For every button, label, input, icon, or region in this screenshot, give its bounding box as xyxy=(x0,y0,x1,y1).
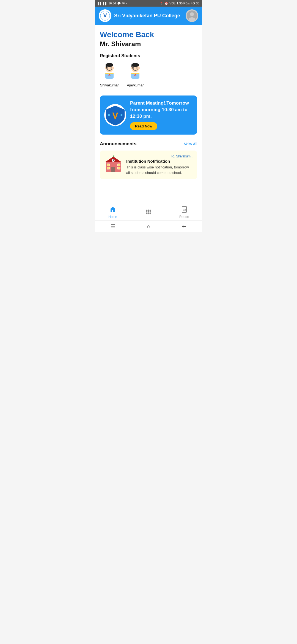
user-name: Mr. Shivaram xyxy=(100,40,197,48)
registered-students-label: Registerd Students xyxy=(100,53,197,58)
announcement-body: To, Shivakum... Institution Notification… xyxy=(126,154,193,175)
android-nav-bar: ☰ ⌂ ⬅ xyxy=(95,220,202,232)
hamburger-icon[interactable]: ☰ xyxy=(111,223,116,230)
students-row: Shivakumar Ajaykumar xyxy=(100,62,197,87)
student-avatar-2 xyxy=(126,62,145,81)
banner-logo: V xyxy=(104,104,126,126)
svg-point-27 xyxy=(120,114,122,116)
svg-point-3 xyxy=(190,12,194,16)
svg-point-8 xyxy=(105,67,106,69)
svg-point-44 xyxy=(148,211,149,212)
announcement-description: This is class wise notification, tomorro… xyxy=(126,165,193,175)
svg-point-10 xyxy=(107,67,108,69)
svg-point-11 xyxy=(111,67,112,69)
svg-rect-49 xyxy=(182,206,186,212)
banner-message: Parent Meating!,Tomorrow from morning 10… xyxy=(130,100,193,119)
student-name-1: Shivakumar xyxy=(100,83,119,87)
svg-point-6 xyxy=(106,63,113,67)
svg-rect-30 xyxy=(111,167,115,172)
announcement-to: To, Shivakum... xyxy=(126,154,193,158)
svg-point-47 xyxy=(148,213,149,214)
view-all-link[interactable]: Veiw All xyxy=(184,142,197,146)
home-hardware-icon[interactable]: ⌂ xyxy=(147,223,150,230)
svg-point-9 xyxy=(112,67,114,69)
announcements-header: Announcements Veiw All xyxy=(100,141,197,147)
svg-point-43 xyxy=(146,211,148,212)
student-avatar-1 xyxy=(100,62,119,81)
announcement-title-text: Institution Notification xyxy=(126,159,193,163)
svg-point-18 xyxy=(131,67,132,69)
user-avatar[interactable] xyxy=(186,9,198,22)
school-building-icon xyxy=(104,154,123,174)
main-content: Welcome Back Mr. Shivaram Registerd Stud… xyxy=(95,25,202,203)
banner-card: V Parent Meating!,Tomorrow from morning … xyxy=(100,95,197,135)
svg-text:V: V xyxy=(103,12,107,18)
svg-point-16 xyxy=(131,63,139,67)
announcements-title: Announcements xyxy=(100,141,136,147)
msg-icon: ✉ xyxy=(122,2,125,5)
battery-label: 38 xyxy=(196,2,199,5)
banner-text-area: Parent Meating!,Tomorrow from morning 10… xyxy=(130,100,193,130)
home-label: Home xyxy=(108,215,117,219)
svg-rect-33 xyxy=(107,167,110,169)
svg-point-40 xyxy=(146,209,148,211)
svg-point-48 xyxy=(150,213,151,214)
speed-label: 1.30 KB/s xyxy=(177,2,190,5)
signal-icon: ▌▌ xyxy=(98,2,102,5)
bottom-nav: Home Rep xyxy=(95,203,202,220)
svg-point-41 xyxy=(148,209,149,211)
apps-icon xyxy=(145,208,152,217)
status-right: 📍 ⏰ VOL 1.30 KB/s 4G 38 xyxy=(160,2,199,5)
student-name-2: Ajaykumar xyxy=(127,83,144,87)
location-icon: 📍 xyxy=(160,2,163,5)
svg-rect-32 xyxy=(117,164,120,166)
college-logo: V xyxy=(99,9,111,22)
report-label: Report xyxy=(179,215,189,219)
svg-point-45 xyxy=(150,211,151,212)
back-icon[interactable]: ⬅ xyxy=(182,223,186,230)
4g-label: 4G xyxy=(191,2,195,5)
svg-point-26 xyxy=(108,114,110,116)
welcome-greeting: Welcome Back xyxy=(100,30,197,39)
college-name: Sri Vidyaniketan PU College xyxy=(114,13,183,19)
home-icon xyxy=(109,206,116,214)
svg-point-21 xyxy=(136,67,138,69)
svg-point-42 xyxy=(150,209,151,211)
svg-point-19 xyxy=(138,67,140,69)
nav-apps[interactable] xyxy=(140,208,157,217)
svg-point-20 xyxy=(133,67,134,69)
status-left: ▌▌ ▌▌ 16:34 💬 ✉ • xyxy=(98,2,127,5)
svg-rect-24 xyxy=(131,73,139,74)
nav-home[interactable]: Home xyxy=(105,206,121,219)
svg-text:V: V xyxy=(112,111,118,121)
vol-label: VOL xyxy=(169,2,175,5)
student-item-1[interactable]: Shivakumar xyxy=(100,62,119,87)
svg-point-46 xyxy=(146,213,148,214)
nav-report[interactable]: Report xyxy=(176,206,193,219)
app-header: V Sri Vidyaniketan PU College xyxy=(95,7,202,25)
student-item-2[interactable]: Ajaykumar xyxy=(126,62,145,87)
whatsapp-icon: 💬 xyxy=(117,2,121,5)
svg-rect-14 xyxy=(105,73,114,74)
svg-marker-39 xyxy=(113,155,116,157)
status-bar: ▌▌ ▌▌ 16:34 💬 ✉ • 📍 ⏰ VOL 1.30 KB/s 4G 3… xyxy=(95,0,202,7)
time: 16:34 xyxy=(108,2,116,5)
svg-rect-34 xyxy=(117,167,120,169)
report-icon xyxy=(181,206,188,214)
announcement-card-1[interactable]: To, Shivakum... Institution Notification… xyxy=(100,151,197,179)
alarm-icon: ⏰ xyxy=(164,2,168,5)
dot: • xyxy=(126,2,127,5)
read-now-button[interactable]: Read Now xyxy=(130,122,157,130)
svg-rect-31 xyxy=(107,164,110,166)
signal-3g-icon: ▌▌ xyxy=(103,2,108,5)
